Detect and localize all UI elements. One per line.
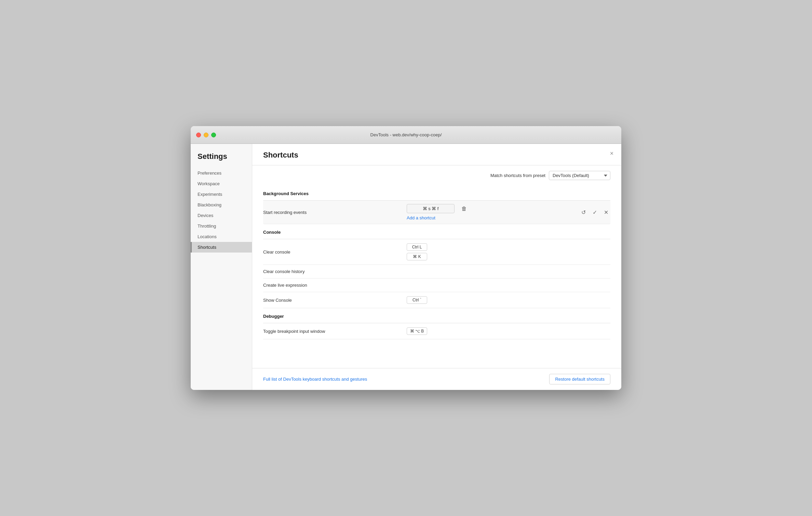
- sidebar-item-blackboxing[interactable]: Blackboxing: [191, 200, 252, 210]
- main-header: Shortcuts ×: [252, 144, 621, 165]
- traffic-lights: [196, 133, 216, 137]
- close-button[interactable]: ×: [608, 149, 616, 158]
- shortcut-key-row-add: Add a shortcut: [407, 215, 579, 220]
- sidebar-item-preferences[interactable]: Preferences: [191, 168, 252, 178]
- shortcut-name-create-live-expression: Create live expression: [263, 283, 407, 288]
- shortcut-keys-start-recording: ⌘ s ⌘ f 🗑 Add a shortcut: [407, 204, 579, 220]
- section-header-background-services: Background Services: [263, 186, 610, 201]
- shortcut-row-start-recording: Start recording events ⌘ s ⌘ f 🗑 Add a s…: [263, 201, 610, 224]
- shortcut-row-clear-console-history: Clear console history: [263, 265, 610, 279]
- main-content: Shortcuts × Match shortcuts from preset …: [252, 144, 621, 390]
- shortcut-name-toggle-breakpoint: Toggle breakpoint input window: [263, 329, 407, 334]
- shortcut-name-show-console: Show Console: [263, 298, 407, 303]
- maximize-traffic-light[interactable]: [211, 133, 216, 137]
- shortcut-key-row-1: ⌘ s ⌘ f 🗑: [407, 204, 579, 213]
- sidebar: Settings Preferences Workspace Experimen…: [191, 144, 252, 390]
- section-console: Console Clear console Ctrl L ⌘ K: [263, 224, 610, 308]
- shortcut-row-clear-console: Clear console Ctrl L ⌘ K: [263, 239, 610, 265]
- window-body: Settings Preferences Workspace Experimen…: [191, 144, 621, 390]
- key-row-ctrl-backtick: Ctrl `: [407, 296, 610, 304]
- sidebar-item-workspace[interactable]: Workspace: [191, 178, 252, 189]
- shortcut-keys-clear-console: Ctrl L ⌘ K: [407, 243, 610, 260]
- sidebar-item-devices[interactable]: Devices: [191, 210, 252, 221]
- undo-edit-button[interactable]: ↺: [579, 208, 588, 217]
- shortcut-row-toggle-breakpoint: Toggle breakpoint input window ⌘ ⌥ B: [263, 323, 610, 339]
- key-row-cmd-opt-b: ⌘ ⌥ B: [407, 327, 610, 335]
- shortcut-keys-show-console: Ctrl `: [407, 296, 610, 304]
- content-scroll[interactable]: Background Services Start recording even…: [252, 186, 621, 368]
- confirm-edit-button[interactable]: ✓: [591, 208, 599, 217]
- window-title: DevTools - web.dev/why-coop-coep/: [370, 132, 442, 137]
- preset-label: Match shortcuts from preset: [490, 173, 545, 178]
- section-header-debugger: Debugger: [263, 308, 610, 323]
- shortcut-name-start-recording: Start recording events: [263, 210, 407, 215]
- shortcut-name-clear-console-history: Clear console history: [263, 269, 407, 274]
- section-header-console: Console: [263, 224, 610, 239]
- footer-link[interactable]: Full list of DevTools keyboard shortcuts…: [263, 377, 367, 382]
- key-badge-cmd-opt-b: ⌘ ⌥ B: [407, 327, 427, 335]
- shortcut-row-show-console: Show Console Ctrl `: [263, 292, 610, 308]
- shortcut-keys-toggle-breakpoint: ⌘ ⌥ B: [407, 327, 610, 335]
- section-debugger: Debugger Toggle breakpoint input window …: [263, 308, 610, 339]
- restore-defaults-button[interactable]: Restore default shortcuts: [549, 374, 610, 384]
- sidebar-title: Settings: [191, 152, 252, 168]
- key-row-cmd-k: ⌘ K: [407, 253, 610, 260]
- titlebar: DevTools - web.dev/why-coop-coep/: [191, 126, 621, 144]
- sidebar-item-locations[interactable]: Locations: [191, 231, 252, 242]
- key-badge-ctrl-l: Ctrl L: [407, 243, 427, 251]
- key-badge-cmd-k: ⌘ K: [407, 253, 427, 260]
- sidebar-item-experiments[interactable]: Experiments: [191, 189, 252, 200]
- app-window: DevTools - web.dev/why-coop-coep/ Settin…: [191, 126, 621, 390]
- edit-actions: ↺ ✓ ✕: [579, 208, 610, 217]
- key-badge-ctrl-backtick: Ctrl `: [407, 296, 427, 304]
- footer: Full list of DevTools keyboard shortcuts…: [252, 368, 621, 390]
- preset-select[interactable]: DevTools (Default) Visual Studio Code: [549, 171, 610, 180]
- preset-row: Match shortcuts from preset DevTools (De…: [252, 165, 621, 186]
- shortcut-name-clear-console: Clear console: [263, 249, 407, 255]
- page-title: Shortcuts: [263, 151, 298, 160]
- sidebar-item-shortcuts[interactable]: Shortcuts: [191, 242, 252, 253]
- delete-shortcut-icon[interactable]: 🗑: [460, 204, 468, 213]
- cancel-edit-button[interactable]: ✕: [602, 208, 610, 217]
- add-shortcut-link[interactable]: Add a shortcut: [407, 215, 435, 220]
- key-row-ctrl-l: Ctrl L: [407, 243, 610, 251]
- shortcut-row-create-live-expression: Create live expression: [263, 279, 610, 292]
- sidebar-item-throttling[interactable]: Throttling: [191, 221, 252, 231]
- close-traffic-light[interactable]: [196, 133, 201, 137]
- minimize-traffic-light[interactable]: [204, 133, 208, 137]
- section-background-services: Background Services Start recording even…: [263, 186, 610, 224]
- key-badge-cmd-s-cmd-f: ⌘ s ⌘ f: [407, 204, 455, 213]
